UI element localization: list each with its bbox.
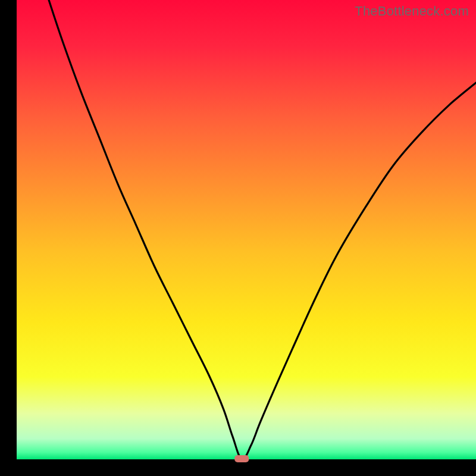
chart-container: TheBottleneck.com — [0, 0, 476, 476]
dip-marker — [234, 455, 249, 462]
bottleneck-chart — [0, 0, 476, 476]
watermark-text: TheBottleneck.com — [355, 4, 469, 19]
plot-background — [17, 0, 476, 459]
